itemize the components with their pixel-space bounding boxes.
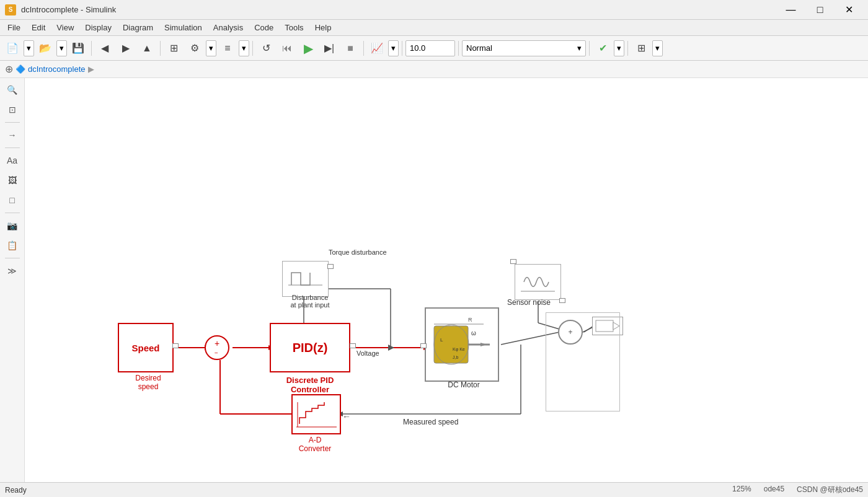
camera-button[interactable]: 📷 — [3, 216, 22, 235]
voltage-label: Voltage — [356, 350, 379, 357]
menu-edit[interactable]: Edit — [27, 22, 50, 33]
sum2-block[interactable]: + — [558, 320, 583, 345]
minimize-button[interactable]: — — [777, 0, 805, 20]
clipboard-button[interactable]: 📋 — [3, 236, 22, 255]
play-button[interactable]: ▶ — [298, 38, 318, 58]
scope-dropdown[interactable]: ▾ — [388, 40, 399, 56]
expand-button[interactable]: ≫ — [3, 262, 22, 280]
open-button[interactable]: 📂 — [35, 38, 55, 58]
check-dropdown[interactable]: ▾ — [614, 40, 624, 56]
stop-button[interactable]: ■ — [340, 38, 360, 58]
mode-select[interactable]: Normal ▾ — [462, 40, 586, 56]
pause-button[interactable]: ⏮ — [277, 38, 297, 58]
sensor-noise-port-left — [510, 259, 516, 264]
main-area: 🔍 ⊡ → Aa 🖼 □ 📷 📋 ≫ — [0, 78, 868, 482]
save-button[interactable]: 💾 — [68, 38, 88, 58]
text-button[interactable]: Aa — [3, 151, 22, 170]
menu-file[interactable]: File — [2, 22, 25, 33]
svg-text:J,b: J,b — [453, 355, 458, 359]
pid-block[interactable]: PID(z) — [270, 323, 350, 372]
svg-line-15 — [538, 323, 559, 329]
sum-block[interactable]: +− — [205, 335, 229, 360]
zoom-fit2-button[interactable]: ⊡ — [3, 100, 22, 119]
zoom-fit-button[interactable]: 🔍 — [3, 81, 22, 99]
image-button[interactable]: 🖼 — [3, 171, 22, 190]
status-attribution: CSDN @研核ode45 — [797, 485, 863, 495]
library-button[interactable]: ⊞ — [164, 38, 184, 58]
svg-text:R: R — [468, 317, 472, 323]
open-dropdown[interactable]: ▾ — [56, 40, 67, 56]
sensor-noise-block[interactable] — [515, 264, 561, 300]
menu-simulation[interactable]: Simulation — [159, 22, 207, 33]
explorer-dropdown[interactable]: ▾ — [239, 40, 249, 56]
speed-block-port — [172, 343, 179, 348]
svg-marker-34 — [480, 343, 487, 346]
status-ready: Ready — [5, 486, 27, 495]
menu-view[interactable]: View — [51, 22, 79, 33]
update-button[interactable]: ↺ — [256, 38, 276, 58]
svg-text:L: L — [440, 337, 443, 343]
toolbar: 📄 ▾ 📂 ▾ 💾 ◀ ▶ ▲ ⊞ ⚙ ▾ ≡ ▾ ↺ ⏮ ▶ ▶| ■ 📈 ▾… — [0, 36, 868, 61]
close-button[interactable]: ✕ — [835, 0, 863, 20]
breadcrumb-root-icon[interactable]: ⊕ — [5, 63, 13, 75]
desired-speed-label: Desiredspeed — [121, 374, 175, 391]
step-button[interactable]: ▶| — [319, 38, 339, 58]
menu-tools[interactable]: Tools — [280, 22, 308, 33]
settings-button[interactable]: ⚙ — [185, 38, 205, 58]
adconv-label: A-DConverter — [290, 436, 340, 453]
rect-button[interactable]: □ — [3, 191, 22, 209]
check-button[interactable]: ✔ — [593, 38, 613, 58]
app-icon: S — [5, 4, 16, 15]
scope-button[interactable]: 📈 — [367, 38, 387, 58]
disturbance-block[interactable] — [282, 261, 329, 297]
menu-bar: File Edit View Display Diagram Simulatio… — [0, 20, 868, 36]
svg-text:Kφ Ke: Kφ Ke — [453, 347, 465, 352]
new-dropdown[interactable]: ▾ — [24, 40, 34, 56]
grid-dropdown[interactable]: ▾ — [652, 40, 663, 56]
explorer-button[interactable]: ≡ — [218, 38, 237, 58]
sensor-noise-label: Sensor noise — [507, 298, 551, 307]
torque-disturbance-label: Torque disturbance — [329, 248, 387, 256]
breadcrumb-arrow: ▶ — [88, 64, 94, 74]
menu-code[interactable]: Code — [249, 22, 278, 33]
sensor-noise-port-right — [559, 298, 565, 303]
status-bar: Ready 125% ode45 CSDN @研核ode45 — [0, 482, 868, 497]
adconv-block[interactable] — [291, 394, 341, 434]
window-title: dcIntrocomplete - Simulink — [21, 5, 116, 14]
back-button[interactable]: ◀ — [95, 38, 115, 58]
status-zoom: 125% — [732, 485, 751, 495]
adconv-arrow: ← — [342, 411, 351, 421]
menu-display[interactable]: Display — [80, 22, 117, 33]
pid-sublabel: Discrete PID Controller — [270, 376, 350, 394]
breadcrumb-bar: ⊕ 🔷 dcIntrocomplete ▶ — [0, 61, 868, 78]
sim-time-input[interactable] — [405, 40, 455, 56]
speed-block[interactable]: Speed — [118, 323, 174, 372]
canvas-area[interactable]: Disturbanceat plant input Torque disturb… — [25, 78, 868, 482]
out1-block[interactable] — [592, 317, 623, 335]
title-bar: S dcIntrocomplete - Simulink — □ ✕ — [0, 0, 868, 20]
menu-analysis[interactable]: Analysis — [208, 22, 248, 33]
up-button[interactable]: ▲ — [137, 38, 157, 58]
status-solver: ode45 — [764, 485, 784, 495]
grid-button[interactable]: ⊞ — [631, 38, 651, 58]
dc-motor-label: DC Motor — [427, 380, 501, 389]
left-toolbar: 🔍 ⊡ → Aa 🖼 □ 📷 📋 ≫ — [0, 78, 25, 482]
svg-rect-25 — [434, 326, 468, 363]
disturbance-label: Disturbanceat plant input — [273, 294, 347, 309]
svg-line-6 — [501, 332, 559, 345]
forward-button[interactable]: ▶ — [116, 38, 136, 58]
dc-motor-port-in — [420, 343, 427, 348]
menu-help[interactable]: Help — [310, 22, 337, 33]
settings-dropdown[interactable]: ▾ — [206, 40, 216, 56]
dc-motor-block[interactable]: R L Kφ Ke J,b ω — [425, 307, 499, 382]
measured-speed-label: Measured speed — [403, 418, 458, 426]
menu-diagram[interactable]: Diagram — [118, 22, 158, 33]
maximize-button[interactable]: □ — [806, 0, 834, 20]
svg-text:ω: ω — [471, 330, 476, 336]
port-button[interactable]: → — [3, 126, 22, 144]
disturbance-port — [327, 264, 334, 269]
svg-marker-36 — [613, 322, 619, 330]
svg-rect-35 — [596, 320, 613, 332]
breadcrumb-model-name[interactable]: dcIntrocomplete — [28, 64, 86, 74]
new-button[interactable]: 📄 — [2, 38, 22, 58]
